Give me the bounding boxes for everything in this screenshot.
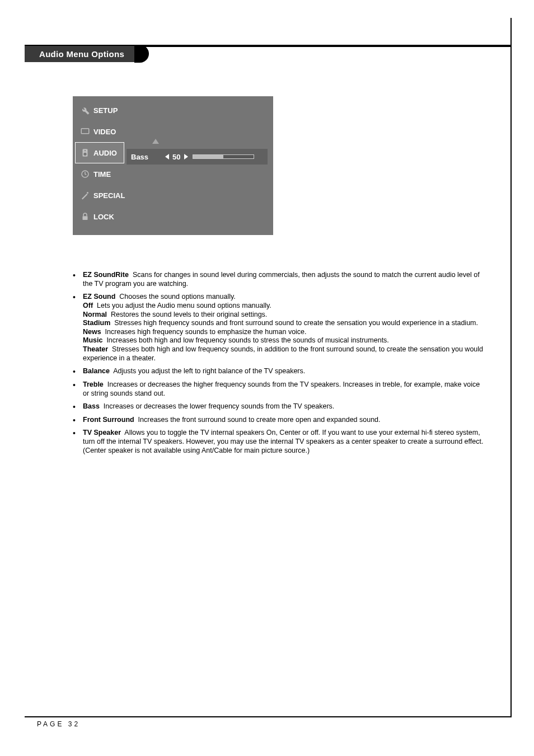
sub-off: Off Lets you adjust the Audio menu sound… <box>83 302 487 311</box>
bullet-treble: Treble Increases or decreases the higher… <box>73 381 487 398</box>
osd-item-label: SETUP <box>93 106 118 115</box>
wrench-icon <box>80 105 90 115</box>
clock-icon <box>80 169 90 179</box>
osd-item-time[interactable]: TIME <box>75 163 124 185</box>
term: Bass <box>83 402 100 410</box>
term: Stadium <box>83 319 110 327</box>
speaker-icon <box>80 148 90 158</box>
section-title: Audio Menu Options <box>25 46 134 62</box>
desc: Increases both high and low frequency so… <box>106 336 388 344</box>
sub-theater: Theater Stresses both high and low frequ… <box>83 345 487 363</box>
osd-item-label: TIME <box>93 170 111 179</box>
wand-icon <box>80 190 90 200</box>
term: Off <box>83 302 93 309</box>
sub-stadium: Stadium Stresses high frequency sounds a… <box>83 319 487 328</box>
sub-news: News Increases high frequency sounds to … <box>83 328 487 337</box>
svg-point-5 <box>87 192 88 194</box>
term: News <box>83 328 101 336</box>
sub-normal: Normal Restores the sound levels to thei… <box>83 311 487 320</box>
osd-item-lock[interactable]: LOCK <box>75 206 124 227</box>
osd-panel: Bass 50 <box>127 96 273 235</box>
bullet-tv-speaker: TV Speaker Allows you to toggle the TV i… <box>73 429 487 455</box>
svg-rect-6 <box>83 216 88 220</box>
osd-item-audio[interactable]: AUDIO <box>75 142 124 163</box>
osd-slider-fill <box>193 155 223 158</box>
tv-icon <box>80 126 90 137</box>
osd-slider[interactable] <box>193 154 254 159</box>
tv-speaker-note: (Center speaker is not available using A… <box>83 447 487 456</box>
desc: Adjusts you adjust the left to right bal… <box>113 367 305 375</box>
bullet-bass: Bass Increases or decreases the lower fr… <box>73 402 487 411</box>
increase-icon[interactable] <box>184 154 188 159</box>
desc: Increases high frequency sounds to empha… <box>105 328 307 336</box>
osd-setting-value: 50 <box>172 153 180 161</box>
desc: Scans for changes in sound level during … <box>83 271 480 288</box>
osd-sidebar: SETUP VIDEO AUDIO TIME SPECIAL <box>73 96 127 235</box>
desc: Lets you adjust the Audio menu sound opt… <box>97 302 271 309</box>
desc: Stresses high frequency sounds and front… <box>114 319 478 327</box>
term: EZ Sound <box>83 293 115 300</box>
body-text: EZ SoundRite Scans for changes in sound … <box>73 271 487 459</box>
page-number: PAGE 32 <box>37 720 80 728</box>
desc: Increases or decreases the lower frequen… <box>104 402 334 410</box>
bullet-ez-soundrite: EZ SoundRite Scans for changes in sound … <box>73 271 487 288</box>
term: Normal <box>83 311 107 318</box>
term: Theater <box>83 345 108 353</box>
osd-setting-name: Bass <box>131 153 148 161</box>
section-header: Audio Menu Options <box>25 45 149 63</box>
desc: Stresses both high and low frequency sou… <box>83 345 483 362</box>
desc: Increases the front surround sound to cr… <box>138 416 381 424</box>
osd-item-label: SPECIAL <box>93 191 125 200</box>
osd-setting-row[interactable]: Bass 50 <box>127 149 268 165</box>
nav-up-icon[interactable] <box>152 139 159 144</box>
decrease-icon[interactable] <box>165 154 169 159</box>
osd-item-label: AUDIO <box>93 149 117 157</box>
osd-item-setup[interactable]: SETUP <box>75 100 124 121</box>
osd-item-video[interactable]: VIDEO <box>75 121 124 142</box>
term: Music <box>83 336 102 344</box>
osd-item-label: VIDEO <box>93 128 116 136</box>
bullet-front-surround: Front Surround Increases the front surro… <box>73 416 487 425</box>
desc: Allows you to toggle the TV internal spe… <box>83 429 483 445</box>
osd-value-stepper[interactable]: 50 <box>165 153 188 161</box>
term: Front Surround <box>83 416 134 424</box>
svg-point-3 <box>85 150 86 151</box>
svg-rect-0 <box>81 129 89 134</box>
term: TV Speaker <box>83 429 121 436</box>
osd-menu: SETUP VIDEO AUDIO TIME SPECIAL <box>73 96 273 235</box>
bullet-ez-sound: EZ Sound Chooses the sound options manua… <box>73 293 487 363</box>
bullet-balance: Balance Adjusts you adjust the left to r… <box>73 367 487 376</box>
lock-icon <box>80 212 90 222</box>
osd-item-label: LOCK <box>93 213 114 221</box>
header-cap <box>134 45 149 63</box>
term: Balance <box>83 367 110 375</box>
svg-point-2 <box>83 153 86 156</box>
osd-item-special[interactable]: SPECIAL <box>75 185 124 206</box>
desc: Chooses the sound options manually. <box>119 293 236 300</box>
sub-music: Music Increases both high and low freque… <box>83 336 487 345</box>
term: Treble <box>83 381 104 388</box>
desc: Increases or decreases the higher freque… <box>83 381 480 397</box>
desc: Restores the sound levels to their origi… <box>111 311 267 318</box>
term: EZ SoundRite <box>83 271 129 279</box>
